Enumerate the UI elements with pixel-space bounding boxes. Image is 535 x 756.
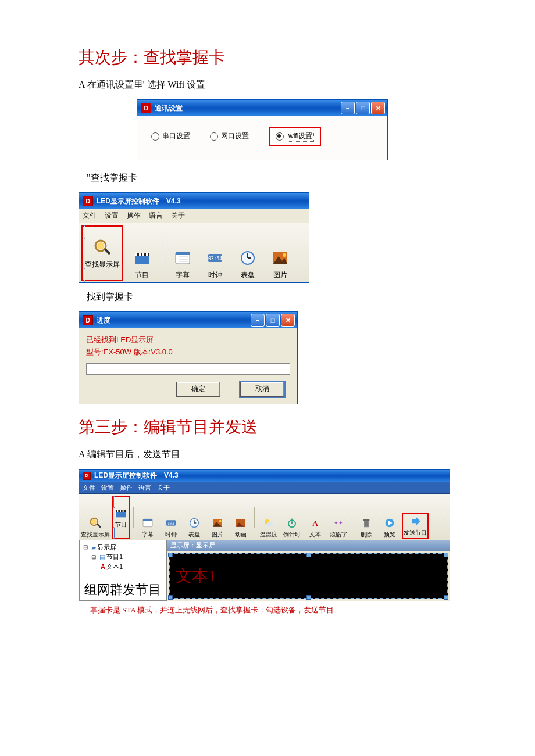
- menu-settings[interactable]: 设置: [105, 211, 119, 221]
- window-title: LED显示屏控制软件 V4.3: [97, 196, 306, 206]
- tree-root[interactable]: ⊟ ▰ 显示屏: [81, 543, 165, 553]
- clock-label: 时钟: [208, 270, 222, 280]
- minimize-button[interactable]: –: [251, 314, 265, 327]
- dialog-titlebar[interactable]: D 进度 – □ ✕: [79, 312, 297, 328]
- menu-settings[interactable]: 设置: [101, 483, 114, 492]
- subtitle-button[interactable]: 字幕: [137, 516, 158, 539]
- svg-point-43: [266, 522, 273, 526]
- radio-wifi[interactable]: wifi设置: [276, 131, 314, 142]
- toolbar: 查找显示屏 节目 字幕 0354 时钟: [79, 494, 450, 540]
- subtitle-label: 字幕: [176, 270, 190, 280]
- subtitle-button[interactable]: 字幕: [169, 246, 197, 281]
- radio-network[interactable]: 网口设置: [210, 131, 249, 141]
- clock-button[interactable]: 0354 时钟: [160, 516, 181, 539]
- minimize-button[interactable]: –: [341, 102, 355, 114]
- fancy-text-button[interactable]: ✦✦ 炫酷字: [327, 516, 349, 539]
- step2-heading: 其次步：查找掌握卡: [79, 46, 456, 69]
- toolbar-divider: [352, 507, 352, 528]
- menu-operate[interactable]: 操作: [127, 211, 141, 221]
- menu-about[interactable]: 关于: [157, 483, 170, 492]
- resize-handle[interactable]: [444, 595, 448, 600]
- svg-marker-56: [412, 517, 420, 525]
- svg-point-21: [283, 253, 286, 257]
- window-title: LED显示屏控制软件 V4.3: [94, 471, 447, 481]
- cancel-button[interactable]: 取消: [240, 382, 284, 397]
- resize-handle[interactable]: [306, 553, 311, 557]
- letter-a-icon: A: [308, 516, 322, 530]
- menu-file[interactable]: 文件: [83, 211, 97, 221]
- svg-rect-50: [363, 519, 369, 521]
- analog-clock-icon: [187, 516, 201, 530]
- delete-button[interactable]: 删除: [355, 516, 377, 539]
- canvas-title: 显示屏：显示屏: [167, 540, 450, 551]
- menu-language[interactable]: 语言: [149, 211, 163, 221]
- animation-button[interactable]: 动画: [230, 516, 251, 539]
- dial-button[interactable]: 表盘: [234, 246, 262, 281]
- radio-serial[interactable]: 串口设置: [151, 131, 190, 141]
- ok-button[interactable]: 确定: [176, 382, 220, 397]
- menu-bar: 文件 设置 操作 语言 关于: [79, 209, 309, 223]
- preview-label: 预览: [384, 531, 395, 539]
- program-label: 节目: [115, 521, 127, 529]
- text-button[interactable]: A 文本: [304, 516, 326, 539]
- program-button[interactable]: 节目: [128, 246, 156, 281]
- resize-handle[interactable]: [168, 553, 173, 557]
- window-titlebar[interactable]: D LED显示屏控制软件 V4.3: [79, 193, 309, 209]
- svg-rect-27: [117, 510, 118, 512]
- maximize-button[interactable]: □: [356, 102, 370, 114]
- highlighted-option: wifi设置: [269, 127, 321, 146]
- app-icon: D: [83, 472, 91, 480]
- image-button[interactable]: 图片: [206, 516, 228, 539]
- app-icon: D: [83, 196, 93, 206]
- program-tree[interactable]: ⊟ ▰ 显示屏 ⊟ ▤ 节目1 A 文本1 组网群发节目: [79, 540, 167, 601]
- magnify-icon: [88, 516, 102, 530]
- resize-handle[interactable]: [444, 553, 448, 557]
- tree-program1[interactable]: ⊟ ▤ 节目1: [81, 552, 165, 562]
- find-screen-button[interactable]: 查找显示屏: [84, 236, 121, 271]
- found-card-label: 找到掌握卡: [87, 291, 456, 303]
- send-arrow-icon: [408, 514, 422, 528]
- tree-program-label: 节目1: [106, 552, 123, 562]
- dial-label: 表盘: [188, 531, 200, 539]
- send-program-button[interactable]: 发送节目: [404, 514, 427, 537]
- dial-label: 表盘: [241, 270, 255, 280]
- play-icon: [383, 516, 397, 530]
- maximize-button[interactable]: □: [266, 314, 280, 327]
- found-line1: 已经找到LED显示屏: [86, 334, 290, 346]
- text-label: 文本: [309, 531, 321, 539]
- svg-rect-7: [142, 253, 144, 256]
- picture-icon: [270, 248, 291, 268]
- radio-wifi-label: wifi设置: [287, 131, 314, 142]
- temp-button[interactable]: 温湿度: [258, 516, 279, 539]
- radio-icon: [151, 132, 159, 141]
- app-icon: D: [141, 103, 151, 113]
- svg-rect-25: [116, 512, 126, 517]
- delete-label: 删除: [361, 531, 372, 539]
- window-titlebar[interactable]: D LED显示屏控制软件 V4.3: [79, 470, 450, 482]
- menu-operate[interactable]: 操作: [120, 483, 133, 492]
- dial-button[interactable]: 表盘: [183, 516, 205, 539]
- toolbar-divider: [162, 236, 163, 264]
- led-preview-area[interactable]: 文本1: [169, 553, 448, 599]
- close-button[interactable]: ✕: [281, 314, 295, 327]
- dialog-titlebar[interactable]: D 通讯设置 – □ ✕: [137, 100, 387, 116]
- tree-text1[interactable]: A 文本1: [81, 562, 165, 572]
- led-software-window-small: D LED显示屏控制软件 V4.3 文件 设置 操作 语言 关于 查找显示屏: [79, 192, 309, 283]
- preview-button[interactable]: 预览: [379, 516, 400, 539]
- canvas-panel: 显示屏：显示屏 文本1: [167, 540, 450, 601]
- stopwatch-icon: [285, 516, 299, 530]
- close-button[interactable]: ✕: [371, 102, 385, 114]
- clock-button[interactable]: 03:54 时钟: [201, 246, 229, 281]
- image-button[interactable]: 图片: [266, 246, 294, 281]
- menu-file[interactable]: 文件: [83, 483, 95, 492]
- resize-handle[interactable]: [306, 595, 311, 600]
- svg-rect-5: [135, 253, 137, 256]
- menu-about[interactable]: 关于: [171, 211, 185, 221]
- tree-text-label: 文本1: [106, 562, 123, 572]
- svg-rect-31: [143, 519, 152, 521]
- menu-language[interactable]: 语言: [138, 483, 151, 492]
- countdown-button[interactable]: 倒计时: [281, 516, 302, 539]
- resize-handle[interactable]: [168, 595, 173, 600]
- program-button[interactable]: 节目: [113, 506, 129, 529]
- find-screen-button[interactable]: 查找显示屏: [81, 516, 110, 539]
